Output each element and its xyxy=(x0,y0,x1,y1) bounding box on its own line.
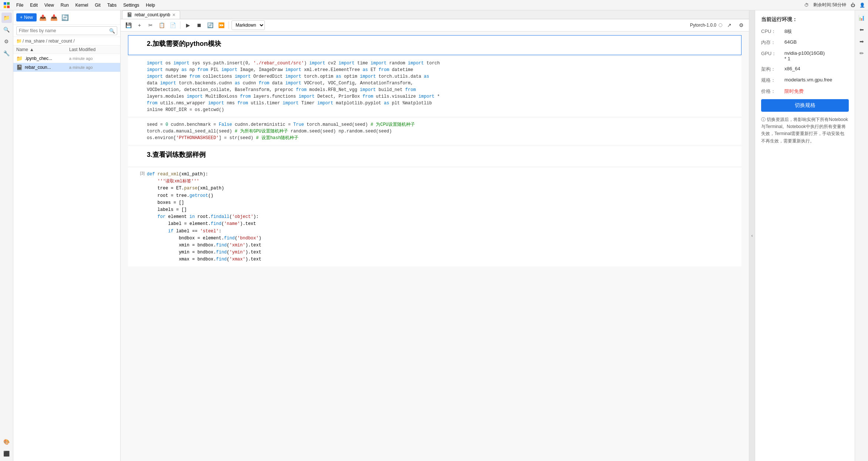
tab-close-btn[interactable]: × xyxy=(172,12,175,17)
menu-help[interactable]: Help xyxy=(143,2,158,9)
paste-btn[interactable]: 📄 xyxy=(168,20,178,30)
cell-1-in xyxy=(128,57,147,116)
sidebar-search-btn[interactable]: 🔍 xyxy=(1,24,12,35)
fast-forward-btn[interactable]: ⏩ xyxy=(216,20,226,30)
sidebar-folder-btn[interactable]: 📁 xyxy=(1,13,12,23)
file-list-header: Name ▲ Last Modified xyxy=(13,46,120,54)
collapse-sidebar-btn[interactable]: ‹ xyxy=(749,10,755,461)
price-row: 价格： 限时免费 xyxy=(761,88,849,95)
mem-label: 内存： xyxy=(761,39,781,46)
arch-label: 架构： xyxy=(761,66,781,73)
notebook-tab-label: rebar_count.ipynb xyxy=(135,12,170,17)
notebook-toolbar: 💾 + ✂ 📋 📄 ▶ ⏹ 🔄 ⏩ Markdown Code Raw Pyto… xyxy=(121,19,749,31)
sort-icon: ▲ xyxy=(30,47,34,52)
toolbar-right: Pytorch-1.0.0 ↗ ⚙ xyxy=(690,20,746,30)
cpu-row: CPU： 8核 xyxy=(761,28,849,35)
menu-git[interactable]: Git xyxy=(92,2,104,9)
cell-3: 3.查看训练数据样例 xyxy=(128,146,742,166)
file-panel: + New 📤 📥 🔄 🔍 📁 / ma_share / rebar_count… xyxy=(13,10,121,461)
spec-label: 规格： xyxy=(761,77,781,84)
file-item-0[interactable]: 📁 .ipynb_chec... a minute ago xyxy=(13,54,120,63)
cell-4-body: def read_xml(xml_path): '''读取xml标签''' tr… xyxy=(147,168,741,266)
restart-btn[interactable]: 🔄 xyxy=(205,20,215,30)
run-btn[interactable]: ▶ xyxy=(183,20,193,30)
search-icon: 🔍 xyxy=(109,28,115,34)
app-logo xyxy=(3,1,10,9)
cell-1-body: import os import sys sys.path.insert(0, … xyxy=(147,57,741,116)
copy-btn[interactable]: 📋 xyxy=(157,20,166,30)
new-button[interactable]: + New xyxy=(16,13,37,21)
menu-tabs[interactable]: Tabs xyxy=(104,2,119,9)
switch-spec-btn[interactable]: 切换规格 xyxy=(761,99,849,112)
col-name-header[interactable]: Name ▲ xyxy=(16,47,69,52)
cell-1: import os import sys sys.path.insert(0, … xyxy=(128,57,742,117)
menu-edit[interactable]: Edit xyxy=(27,2,41,9)
switch-note: ⓘ 切换资源后，将影响实例下所有Notebook与Terminal。Notebo… xyxy=(761,116,849,145)
file-time-0: a minute ago xyxy=(69,56,117,61)
cell-4-code: [3] def read_xml(xml_path): '''读取xml标签''… xyxy=(128,168,741,266)
right-bar-btn-3[interactable]: ➡ xyxy=(857,36,867,47)
sidebar-terminal-btn[interactable]: ⬛ xyxy=(1,448,12,459)
cell-4-in: [3] xyxy=(128,168,147,266)
breadcrumb-home-icon: 📁 xyxy=(16,38,22,44)
add-cell-btn[interactable]: + xyxy=(135,20,144,30)
cell-4: [3] def read_xml(xml_path): '''读取xml标签''… xyxy=(128,168,742,266)
folder-icon-0: 📁 xyxy=(16,55,23,61)
menu-file[interactable]: File xyxy=(13,2,26,9)
menu-view[interactable]: View xyxy=(41,2,57,9)
menu-bar-right: ⏱ 剩余时间:58分钟 ⏻ 👤 xyxy=(804,2,865,8)
gpu-value: nvidia-p100(16GB)* 1 xyxy=(784,50,825,61)
file-name-1: rebar_coun... xyxy=(25,65,69,70)
menu-bar: File Edit View Run Kernel Git Tabs Setti… xyxy=(0,0,868,10)
svg-rect-2 xyxy=(4,6,6,8)
notebook-icon-1: 📓 xyxy=(16,64,23,70)
right-bar-btn-1[interactable]: 📊 xyxy=(857,13,867,23)
icon-sidebar: 📁 🔍 ⚙ 🔧 🎨 ⬛ xyxy=(0,10,13,461)
svg-rect-1 xyxy=(7,2,10,5)
spec-row: 规格： modelarts.vm.gpu.free xyxy=(761,77,849,84)
upload-button[interactable]: 📤 xyxy=(38,13,48,22)
notebook-tab-0[interactable]: 📓 rebar_count.ipynb × xyxy=(122,10,180,19)
notebook-tab-bar: 📓 rebar_count.ipynb × xyxy=(121,10,749,19)
col-modified-header: Last Modified xyxy=(69,47,117,52)
cell-2-code: seed = 0 cudnn.benchmark = False cudnn.d… xyxy=(128,118,741,144)
menu-settings[interactable]: Settings xyxy=(120,2,142,9)
right-bar-btn-4[interactable]: ✏ xyxy=(857,48,867,58)
file-item-1[interactable]: 📓 rebar_coun... a minute ago xyxy=(13,63,120,72)
breadcrumb: 📁 / ma_share / rebar_count / xyxy=(13,37,120,46)
stop-btn[interactable]: ⏹ xyxy=(194,20,204,30)
section-heading-2: 2.加载需要的python模块 xyxy=(147,39,735,48)
settings-toolbar-btn[interactable]: ⚙ xyxy=(736,20,746,30)
search-input[interactable] xyxy=(16,26,117,35)
sidebar-tools-btn[interactable]: 🔧 xyxy=(1,48,12,58)
svg-rect-0 xyxy=(4,2,6,5)
sidebar-extensions-btn[interactable]: ⚙ xyxy=(1,36,12,47)
file-list: 📁 .ipynb_chec... a minute ago 📓 rebar_co… xyxy=(13,54,120,461)
price-label: 价格： xyxy=(761,88,781,95)
cut-btn[interactable]: ✂ xyxy=(146,20,155,30)
notebook-content[interactable]: 2.加载需要的python模块 + ▲ ▼ 🗑 import os import… xyxy=(121,31,749,461)
refresh-button[interactable]: 🔄 xyxy=(60,13,70,22)
spec-value: modelarts.vm.gpu.free xyxy=(784,77,832,84)
svg-rect-3 xyxy=(7,6,10,8)
notebook-area: 📓 rebar_count.ipynb × 💾 + ✂ 📋 📄 ▶ ⏹ 🔄 ⏩ … xyxy=(121,10,749,461)
toolbar-divider-2 xyxy=(229,21,229,29)
user-icon[interactable]: 👤 xyxy=(859,3,865,8)
menu-run[interactable]: Run xyxy=(58,2,72,9)
menu-kernel[interactable]: Kernel xyxy=(72,2,91,9)
share-btn[interactable]: ↗ xyxy=(725,20,734,30)
mem-value: 64GB xyxy=(784,39,797,46)
toolbar-divider-1 xyxy=(180,21,180,29)
right-bar-btn-2[interactable]: ⬅ xyxy=(857,24,867,35)
cell-type-select[interactable]: Markdown Code Raw xyxy=(232,20,265,30)
right-icon-bar: 📊 ⬅ ➡ ✏ xyxy=(855,10,868,461)
cell-2-body: seed = 0 cudnn.benchmark = False cudnn.d… xyxy=(147,118,741,144)
download-button[interactable]: 📥 xyxy=(49,13,59,22)
kernel-status-icon xyxy=(719,23,722,27)
cpu-label: CPU： xyxy=(761,28,781,35)
sidebar-palette-btn[interactable]: 🎨 xyxy=(1,437,12,447)
save-btn[interactable]: 💾 xyxy=(124,20,133,30)
power-icon[interactable]: ⏻ xyxy=(851,3,855,8)
cpu-value: 8核 xyxy=(784,28,792,35)
file-time-1: a minute ago xyxy=(69,65,117,70)
